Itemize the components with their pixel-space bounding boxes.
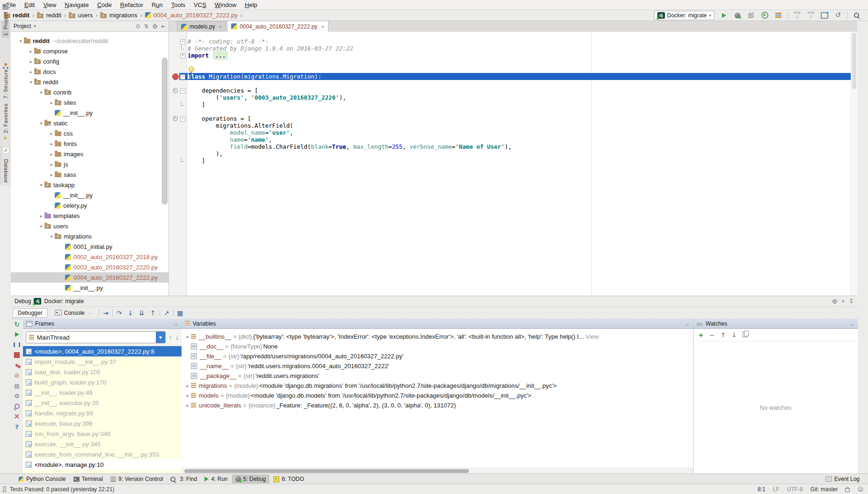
frame-row[interactable]: execute, __init__.py:345	[23, 439, 182, 449]
menu-tools[interactable]: Tools	[167, 1, 190, 9]
tree-item[interactable]: ▾static	[11, 118, 168, 128]
variable-row[interactable]: __file__={str}'/app/reddit/users/migrati…	[182, 351, 693, 361]
code-line[interactable]: field=models.CharField(blank=True, max_l…	[188, 143, 851, 150]
code-line[interactable]	[188, 66, 851, 73]
tab-debugger[interactable]: Debugger	[13, 308, 48, 318]
frame-row[interactable]: import_module, __init__.py:37	[23, 356, 182, 367]
search-everywhere-button[interactable]	[853, 11, 861, 20]
float-panel-icon[interactable]: →	[849, 321, 854, 327]
tab-console[interactable]: Console→	[50, 308, 97, 318]
variable-row[interactable]: ▸__builtins__={dict}{'bytearray': <type …	[182, 332, 693, 341]
tree-item[interactable]: ▸compose	[11, 46, 168, 56]
intention-bulb-icon[interactable]	[189, 66, 194, 72]
editor-tab[interactable]: 0004_auto_20160327_2222.py×	[227, 21, 328, 32]
code-area[interactable]: −# -*- coding: utf-8 -*-# Generated by D…	[188, 32, 851, 296]
frame-row[interactable]: <module>, manage.py:10	[23, 459, 182, 470]
menu-code[interactable]: Code	[93, 1, 116, 9]
code-line[interactable]: ('users', '0003_auto_20160327_2220'),	[188, 94, 851, 101]
code-line[interactable]: # Generated by Django 1.9.4 on 2016-03-2…	[188, 45, 851, 52]
tree-item[interactable]: ▾reddit~/cookiecutter/reddit	[11, 36, 168, 46]
resume-button[interactable]	[13, 331, 21, 338]
toolwindow-control[interactable]: 9: Version Control	[107, 475, 166, 483]
variable-row[interactable]: ▸migrations={module}<module 'django.db.m…	[182, 381, 693, 391]
chevron-down-icon[interactable]: ▾	[38, 224, 44, 229]
hector-inspector-icon[interactable]	[857, 487, 863, 492]
toolwindow-toggle-icon[interactable]	[3, 487, 6, 492]
code-line[interactable]	[188, 80, 851, 87]
tree-item[interactable]: ▾migrations	[11, 231, 168, 241]
toolwindow-console[interactable]: Python Console	[15, 475, 69, 483]
view-breakpoints-button[interactable]	[13, 362, 21, 369]
menu-window[interactable]: Window	[211, 1, 241, 9]
chevron-right-icon[interactable]: ▸	[48, 172, 55, 177]
tree-item[interactable]: ▸sites	[11, 97, 168, 108]
step-over-button[interactable]: ↷	[115, 309, 124, 317]
breadcrumb-item[interactable]: users	[69, 12, 93, 19]
vcs-commit-button[interactable]	[807, 11, 815, 20]
code-line[interactable]: name='name',	[188, 136, 851, 143]
breadcrumb-item[interactable]: migrations	[100, 12, 137, 19]
fold-end-icon[interactable]	[181, 102, 184, 106]
restore-layout-button[interactable]	[13, 382, 21, 389]
frame-row[interactable]: run_from_argv, base.py:348	[23, 429, 182, 439]
close-tab-icon[interactable]: ×	[219, 24, 222, 29]
lock-icon[interactable]	[845, 488, 850, 492]
collapse-all-icon[interactable]	[144, 23, 148, 29]
frame-row[interactable]: execute_from_command_line, __init__.py:3…	[23, 449, 182, 459]
mute-breakpoints-button[interactable]	[13, 372, 21, 379]
variable-row[interactable]: __doc__={NoneType}None	[182, 341, 693, 351]
float-panel-icon[interactable]: →	[173, 321, 178, 327]
close-button[interactable]	[13, 413, 21, 420]
profiler-button[interactable]	[760, 11, 769, 20]
toolwindow-find[interactable]: 3: Find	[167, 475, 200, 484]
remove-watch-button[interactable]: −	[709, 331, 715, 339]
variable-row[interactable]: __name__={str}'reddit.users.migrations.0…	[182, 361, 693, 371]
add-watch-button[interactable]: +	[698, 331, 704, 339]
chevron-down-icon[interactable]: ▾	[48, 234, 55, 239]
view-link[interactable]: View	[586, 333, 599, 340]
expander-icon[interactable]: ▸	[184, 334, 191, 339]
editor-tab[interactable]: models.py×	[177, 21, 226, 32]
stripe-tab-structure[interactable]: 7: Structure	[2, 59, 9, 101]
chevron-right-icon[interactable]: ▸	[48, 152, 55, 157]
chevron-down-icon[interactable]: ▾	[28, 80, 34, 85]
hide-panel-icon[interactable]	[161, 23, 166, 29]
frame-row[interactable]: __init__, loader.py:49	[23, 387, 182, 398]
step-out-button[interactable]: ↑	[148, 309, 158, 317]
copy-watch-button[interactable]	[743, 331, 747, 339]
tree-item[interactable]: celery.py	[11, 200, 168, 211]
chevron-right-icon[interactable]: ▸	[48, 162, 55, 167]
expander-icon[interactable]: ▸	[184, 383, 191, 388]
menu-navigate[interactable]: Navigate	[60, 1, 93, 9]
chevron-down-icon[interactable]: ▾	[17, 38, 24, 44]
chevron-right-icon[interactable]: ▸	[48, 131, 55, 136]
tree-item[interactable]: ▾taskapp	[11, 180, 168, 190]
chevron-right-icon[interactable]: ▸	[28, 69, 34, 74]
tree-item[interactable]: ▸config	[11, 56, 168, 66]
tree-item[interactable]: 0002_auto_20160327_2018.py	[11, 252, 168, 262]
toolwindow-run[interactable]: 4: Run	[201, 475, 231, 483]
menu-help[interactable]: Help	[241, 1, 262, 9]
toolwindow-terminal[interactable]: Terminal	[70, 475, 106, 483]
code-line[interactable]	[188, 108, 851, 115]
settings-button[interactable]	[13, 392, 21, 400]
fold-end-icon[interactable]	[181, 158, 184, 162]
frame-row[interactable]: handle, migrate.py:89	[23, 408, 182, 418]
tree-item[interactable]: ▾users	[11, 221, 168, 231]
code-line[interactable]	[188, 59, 851, 66]
step-into-button[interactable]: ↓	[126, 309, 135, 317]
editor-scrollbar[interactable]	[851, 32, 857, 296]
code-line[interactable]: ),	[188, 150, 851, 157]
menu-vcs[interactable]: VCS	[190, 1, 211, 9]
code-line[interactable]: model_name='user',	[188, 129, 851, 136]
tree-item[interactable]: ▸fonts	[11, 138, 168, 149]
thread-selector[interactable]: MainThread ▼	[26, 331, 166, 343]
code-line[interactable]: ]	[188, 101, 851, 108]
vcs-update-button[interactable]	[793, 11, 802, 20]
gear-icon[interactable]	[832, 298, 838, 305]
gear-icon[interactable]	[152, 23, 158, 29]
code-line[interactable]: −class Migration(migrations.Migration):	[188, 73, 851, 80]
rerun-button[interactable]	[13, 320, 21, 327]
combo-dropdown-button[interactable]: ▼	[156, 332, 165, 343]
chevron-right-icon[interactable]: ▸	[28, 49, 34, 54]
